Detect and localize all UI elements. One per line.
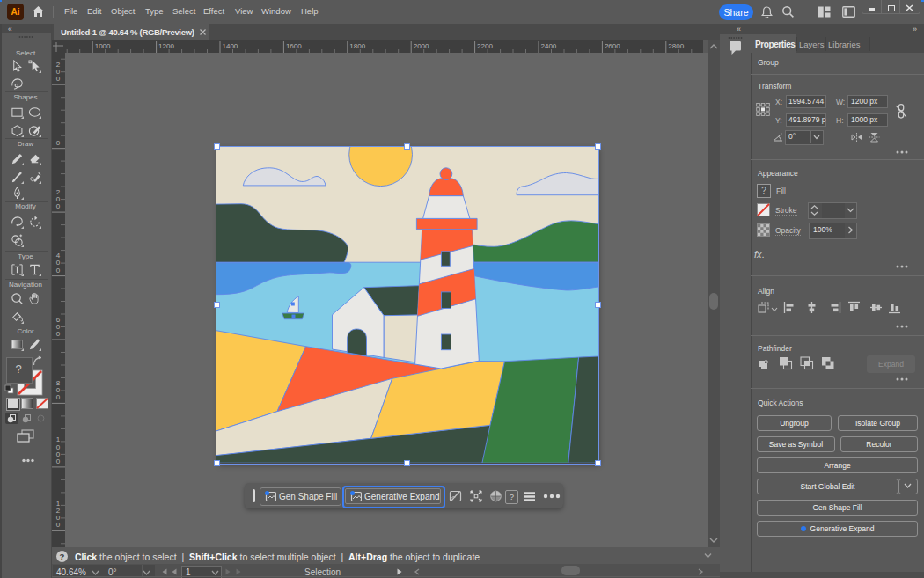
svg-text:1600: 1600	[286, 42, 302, 50]
svg-text:1400: 1400	[223, 42, 238, 50]
svg-text:0: 0	[56, 139, 61, 147]
svg-text:0: 0	[56, 202, 61, 210]
svg-text:2800: 2800	[668, 42, 684, 50]
svg-text:0: 0	[56, 393, 61, 401]
svg-text:0: 0	[56, 330, 61, 338]
svg-text:0: 0	[56, 457, 61, 465]
svg-text:1200: 1200	[158, 42, 174, 50]
svg-text:1000: 1000	[95, 42, 111, 50]
svg-text:0: 0	[56, 521, 61, 529]
svg-text:2200: 2200	[477, 42, 493, 50]
svg-text:0: 0	[56, 75, 61, 83]
svg-text:0: 0	[56, 267, 61, 274]
svg-text:1800: 1800	[349, 42, 365, 50]
svg-text:2000: 2000	[414, 42, 429, 50]
svg-text:2600: 2600	[605, 42, 620, 50]
svg-text:2400: 2400	[541, 42, 557, 50]
